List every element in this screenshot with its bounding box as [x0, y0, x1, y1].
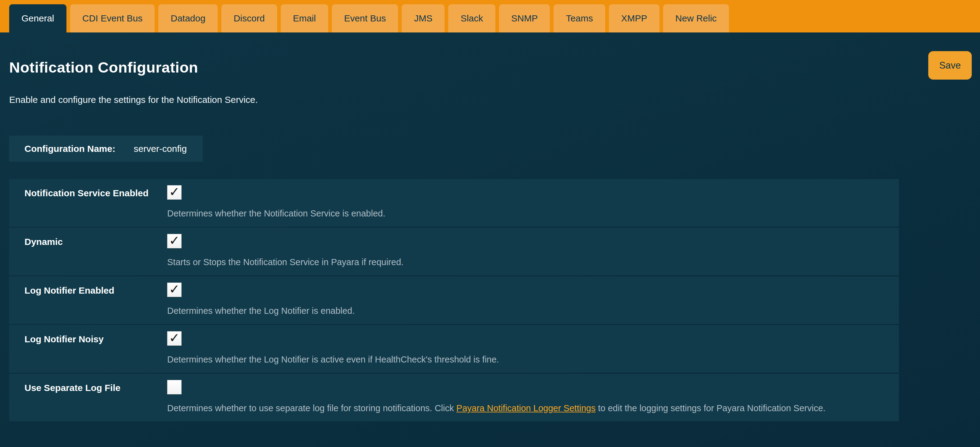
page-subtitle: Enable and configure the settings for th…	[9, 95, 258, 105]
tab-email[interactable]: Email	[281, 4, 328, 32]
setting-description: Determines whether to use separate log f…	[167, 402, 887, 414]
notification-service-enabled-checkbox[interactable]: ✓	[167, 185, 181, 200]
checkmark-icon: ✓	[169, 186, 180, 199]
notifier-tabbar: General CDI Event Bus Datadog Discord Em…	[0, 0, 980, 32]
setting-label: Log Notifier Enabled	[24, 285, 114, 296]
tab-discord[interactable]: Discord	[221, 4, 277, 32]
dynamic-checkbox[interactable]: ✓	[167, 234, 181, 248]
tab-datadog[interactable]: Datadog	[158, 4, 217, 32]
checkmark-icon: ✓	[169, 332, 180, 344]
settings-table: Notification Service Enabled ✓ Determine…	[9, 179, 899, 423]
tab-cdi-event-bus[interactable]: CDI Event Bus	[70, 4, 155, 32]
setting-row-log-notifier-noisy: Log Notifier Noisy ✓ Determines whether …	[9, 325, 899, 372]
setting-description: Determines whether the Notification Serv…	[167, 208, 887, 219]
setting-description: Determines whether the Log Notifier is a…	[167, 354, 887, 365]
setting-label: Use Separate Log File	[24, 382, 120, 393]
tab-general[interactable]: General	[9, 4, 67, 32]
tab-new-relic[interactable]: New Relic	[663, 4, 729, 32]
setting-row-use-separate-log-file: Use Separate Log File Determines whether…	[9, 374, 899, 421]
save-button[interactable]: Save	[928, 51, 972, 80]
setting-row-log-notifier-enabled: Log Notifier Enabled ✓ Determines whethe…	[9, 277, 899, 324]
tab-teams[interactable]: Teams	[554, 4, 605, 32]
configuration-name-label: Configuration Name:	[24, 143, 115, 154]
tab-xmpp[interactable]: XMPP	[609, 4, 659, 32]
setting-label: Notification Service Enabled	[24, 188, 148, 199]
configuration-name-value: server-config	[134, 143, 187, 154]
tab-event-bus[interactable]: Event Bus	[332, 4, 398, 32]
description-text: Determines whether to use separate log f…	[167, 403, 457, 413]
configuration-name-panel: Configuration Name: server-config	[9, 136, 203, 162]
setting-description: Starts or Stops the Notification Service…	[167, 256, 887, 267]
setting-description: Determines whether the Log Notifier is e…	[167, 305, 887, 316]
page-title: Notification Configuration	[9, 59, 198, 76]
tab-slack[interactable]: Slack	[448, 4, 495, 32]
setting-label: Log Notifier Noisy	[24, 334, 103, 345]
use-separate-log-file-checkbox[interactable]	[167, 380, 181, 395]
tab-jms[interactable]: JMS	[402, 4, 444, 32]
payara-admin-console: General CDI Event Bus Datadog Discord Em…	[0, 0, 980, 447]
payara-notification-logger-settings-link[interactable]: Payara Notification Logger Settings	[457, 403, 596, 413]
log-notifier-enabled-checkbox[interactable]: ✓	[167, 283, 181, 297]
checkmark-icon: ✓	[169, 283, 180, 296]
setting-label: Dynamic	[24, 236, 63, 247]
checkmark-icon: ✓	[169, 234, 180, 247]
log-notifier-noisy-checkbox[interactable]: ✓	[167, 331, 181, 346]
tab-snmp[interactable]: SNMP	[499, 4, 550, 32]
description-text: to edit the logging settings for Payara …	[595, 403, 826, 413]
setting-row-dynamic: Dynamic ✓ Starts or Stops the Notificati…	[9, 228, 899, 275]
notification-configuration-page: Save Notification Configuration Enable a…	[0, 32, 980, 447]
setting-row-notification-service-enabled: Notification Service Enabled ✓ Determine…	[9, 179, 899, 227]
